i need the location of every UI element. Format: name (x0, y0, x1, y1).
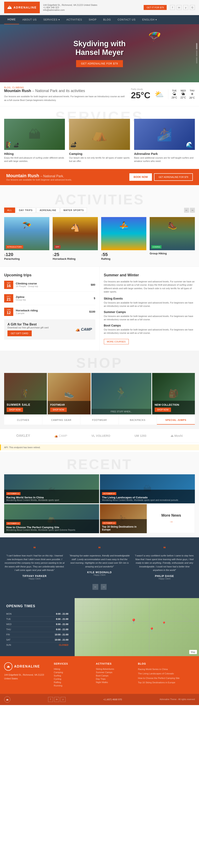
testimonial-text-3: "I wasn't a very confident surfer before… (134, 554, 195, 572)
more-courses-button[interactable]: MORE COURSES (104, 339, 129, 344)
trip-name-3: Horseback riding (16, 309, 87, 312)
trip-date-3: APR 12 (4, 308, 13, 316)
testimonial-next[interactable]: → (101, 584, 106, 590)
filter-day-trips[interactable]: DAY TRIPS (16, 208, 36, 213)
footer-link-hiking[interactable]: Hiking (54, 668, 92, 670)
hero-cta-button[interactable]: GET ADRENALINE FOR $79 (76, 60, 123, 67)
activity-group-hiking: 🥾 COMING Group Hiking (150, 217, 195, 260)
filter-arrows: ← → (184, 208, 195, 213)
prev-arrow[interactable]: ← (184, 208, 189, 213)
footer-link-rafting[interactable]: Rafting (54, 681, 92, 683)
footer-link-night-walks[interactable]: Night Walks (96, 681, 134, 683)
weather-forecast: TUE 🌤 29°C WED 🌦 22°C THU ☀ 26°C (168, 89, 195, 99)
cat-special-jumps[interactable]: SPECIAL JUMPS (157, 416, 195, 425)
hours-thu: 8:00 - 21:00 (56, 628, 68, 631)
footer-in-icon[interactable]: in (54, 697, 59, 702)
day-name: TUE (172, 89, 177, 92)
blog-card-1-overlay: OCTOBER 11 Racing World Series In China … (4, 490, 99, 503)
cat-backpacks[interactable]: BACKPACKS (119, 416, 157, 425)
parachuting-name: Parachuting (4, 257, 49, 260)
services-grid: 🏔 🧗🏕 Hiking Enjoy the thrill and pleasur… (4, 119, 195, 163)
footer-link-summer-camps[interactable]: Summer Camps (96, 671, 134, 674)
footer-link-blog-4[interactable]: Top 16 Skiing Destinations in Europe (138, 681, 195, 684)
horse-icon: 🐴 (71, 223, 80, 232)
blog-title-3: How to Choose The Perfect Camping Site (6, 526, 97, 529)
more-news-card[interactable]: More News → (147, 504, 195, 533)
footer-link-camping[interactable]: Camping (54, 671, 92, 674)
trip-price-2: $ (94, 297, 95, 300)
youtube-icon[interactable]: y (183, 5, 188, 10)
opening-title: OPENING TIMES (6, 604, 68, 608)
filter-adrenaline[interactable]: ADRENALINE (36, 208, 59, 213)
opening-times: OPENING TIMES MON 8:00 - 21:00 TUE 8:00 … (0, 598, 75, 656)
filter-water-sports[interactable]: WATER SPORTS (60, 208, 87, 213)
testimonial-prev[interactable]: ← (93, 584, 98, 590)
nav-blog[interactable]: BLOG (100, 16, 114, 24)
nav-activities[interactable]: ACTIVITIES (63, 16, 86, 24)
service-hiking-img: 🏔 🧗🏕 (4, 119, 65, 150)
footer-link-blog-1[interactable]: Racing World Series in China (138, 668, 195, 671)
social-icons: f in y G (170, 5, 195, 10)
nav-about[interactable]: ABOUT US (19, 16, 40, 24)
blog-card-3[interactable]: ⛺ OCTOBER 11 How to Choose The Perfect C… (4, 504, 99, 533)
blog-card-4[interactable]: ⛷ OCTOBER 11 Top 16 Skiing Destinations … (100, 504, 147, 533)
get-adrenaline-button[interactable]: GET ADRENALINE FOR $79 (154, 173, 193, 181)
skiing-events-text: Our lessons are available for both begin… (104, 301, 195, 308)
horseback-info: $25 (53, 252, 98, 257)
opening-map-section: OPENING TIMES MON 8:00 - 21:00 TUE 8:00 … (0, 598, 199, 656)
footer-link-day-trips[interactable]: Day Trips (96, 678, 134, 680)
testimonials-grid: ❝ "I can't believe how much I had fun on… (4, 546, 195, 580)
weather-right: Partly cloudy 25°C ⛅ TUE 🌤 29°C WED 🌦 22… (131, 87, 195, 102)
brand-um: UM 1293 (135, 434, 146, 437)
nav-home[interactable]: HOME (4, 15, 19, 24)
footer-link-surfing[interactable]: Surfing (54, 674, 92, 677)
summer-winter: Summer and Winter Our lessons are availa… (100, 267, 199, 350)
boot-camps-text: Our lessons are available for both begin… (104, 328, 195, 335)
book-now-button[interactable]: BOOK NOW (129, 173, 152, 181)
hero-section: 🪂 Skydiving withHansel Meyer GET ADRENAL… (0, 24, 199, 82)
cat-clothes[interactable]: CLOTHES (4, 416, 42, 425)
footer-link-blog-2[interactable]: The Living Landscapes of Colorado (138, 672, 195, 675)
services-section: SERVICES 🏔 🧗🏕 Hiking Enjoy the thrill an… (0, 106, 199, 169)
cat-footwear[interactable]: FOOTWEAR (80, 416, 119, 425)
nav-shop[interactable]: SHOP (86, 16, 100, 24)
hero-content: Skydiving withHansel Meyer GET ADRENALIN… (73, 39, 126, 67)
footer-link-skiing[interactable]: Skiing Adventures (96, 668, 134, 670)
testimonial-name-2: KYLE MCDONALD (69, 571, 130, 574)
scroll-indicator (196, 43, 197, 63)
boot-camps-title: Boot Camps (104, 324, 195, 327)
nav-services[interactable]: SERVICES ▾ (40, 16, 63, 24)
weather-description: Our lessons are available for both begin… (4, 95, 127, 102)
blog-card-1[interactable]: 🏍 OCTOBER 11 Racing World Series In Chin… (4, 474, 99, 503)
filter-all[interactable]: ALL (4, 208, 15, 213)
footer-logo-col: ⛰ ADRENALINE 144 Edgefield St., Richmond… (4, 662, 50, 688)
nav-contact[interactable]: CONTACT US (114, 16, 139, 24)
google-icon[interactable]: G (190, 5, 195, 10)
facebook-icon[interactable]: f (170, 5, 175, 10)
testimonial-name-1: TIFFANY PARKER (4, 575, 65, 578)
footer-link-cycling[interactable]: Cycling (54, 678, 92, 680)
blog-title-2: The Living Landscapes of Colorado (102, 496, 193, 499)
footer-link-blog-3[interactable]: How to Choose the Perfect Camping Site (138, 677, 195, 680)
cat-camping-gear[interactable]: CAMPING GEAR (42, 416, 80, 425)
get-it-button[interactable]: GET IT FOR $79 (144, 5, 167, 10)
next-arrow[interactable]: → (190, 208, 195, 213)
footer-link-running[interactable]: Running (54, 684, 92, 687)
linkedin-icon[interactable]: in (177, 5, 181, 10)
nav-language[interactable]: ENGLISH ▾ (139, 16, 160, 24)
blog-title-1: Racing World Series In China (6, 496, 97, 499)
hours-wed: 8:00 - 21:00 (56, 623, 68, 625)
quote-icon-2: ❝ (69, 546, 130, 552)
service-hiking: 🏔 🧗🏕 Hiking Enjoy the thrill and pleasur… (4, 119, 65, 163)
weather-condition: Partly cloudy (131, 88, 151, 90)
blog-card-2[interactable]: 🏔 OCTOBER 07 The Living Landscapes of Co… (100, 474, 195, 503)
gift-card-button[interactable]: GET GIFT CARD (7, 331, 32, 336)
footer-yt-icon[interactable]: y (61, 697, 66, 702)
main-nav: HOME ABOUT US SERVICES ▾ ACTIVITIES SHOP… (0, 15, 199, 24)
footer-fb-icon[interactable]: f (48, 697, 53, 702)
trip-day-3: 12 (6, 311, 11, 315)
day-wed: WED (6, 623, 11, 625)
footer-link-boot-camps[interactable]: Boot Camps (96, 674, 134, 677)
blog-desc-2: Wondering About Content Worlds, Worldwid… (102, 499, 193, 501)
day-temp: 29°C (172, 96, 177, 99)
